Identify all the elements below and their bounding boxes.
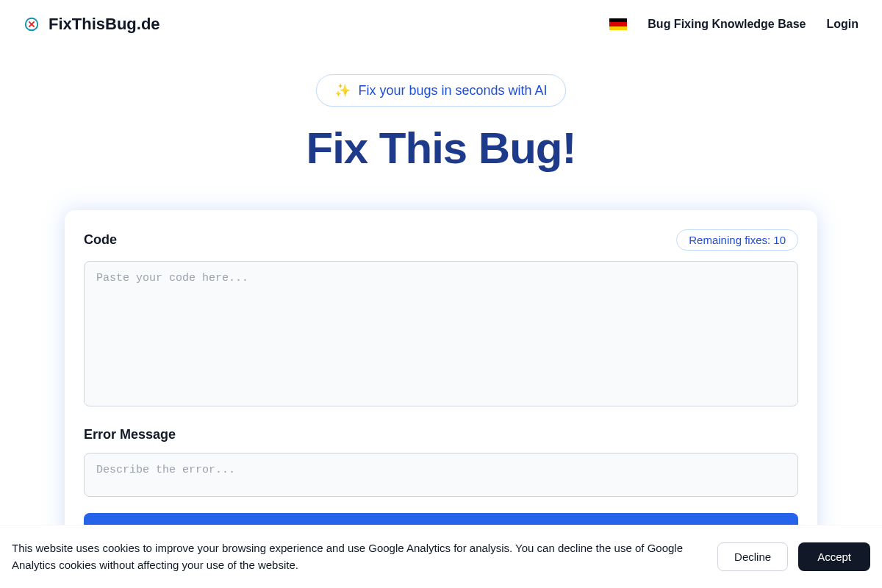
card-header: Code Remaining fixes: 10: [84, 229, 798, 251]
sparkle-icon: ✨: [334, 82, 351, 98]
german-flag-icon[interactable]: [609, 18, 627, 30]
badge-text: Fix your bugs in seconds with AI: [358, 83, 547, 98]
error-label: Error Message: [84, 427, 798, 442]
accept-button[interactable]: Accept: [798, 542, 870, 571]
cookie-text: This website uses cookies to improve you…: [12, 540, 700, 573]
code-label: Code: [84, 232, 117, 248]
hero-badge: ✨ Fix your bugs in seconds with AI: [316, 74, 565, 107]
bug-fix-card: Code Remaining fixes: 10 Error Message F…: [65, 210, 817, 568]
knowledge-base-link[interactable]: Bug Fixing Knowledge Base: [648, 18, 806, 31]
remaining-fixes-badge: Remaining fixes: 10: [676, 229, 798, 251]
cookie-banner: This website uses cookies to improve you…: [0, 525, 882, 588]
login-link[interactable]: Login: [826, 18, 858, 31]
decline-button[interactable]: Decline: [717, 542, 788, 571]
bug-logo-icon: [24, 16, 40, 32]
site-name: FixThisBug.de: [49, 15, 160, 34]
nav: Bug Fixing Knowledge Base Login: [609, 18, 858, 31]
hero: ✨ Fix your bugs in seconds with AI Fix T…: [0, 49, 882, 173]
page-title: Fix This Bug!: [0, 123, 882, 173]
cookie-buttons: Decline Accept: [717, 542, 870, 571]
error-input[interactable]: [84, 453, 798, 497]
logo-section[interactable]: FixThisBug.de: [24, 15, 160, 34]
header: FixThisBug.de Bug Fixing Knowledge Base …: [0, 0, 882, 49]
error-section: Error Message: [84, 427, 798, 500]
code-input[interactable]: [84, 261, 798, 406]
